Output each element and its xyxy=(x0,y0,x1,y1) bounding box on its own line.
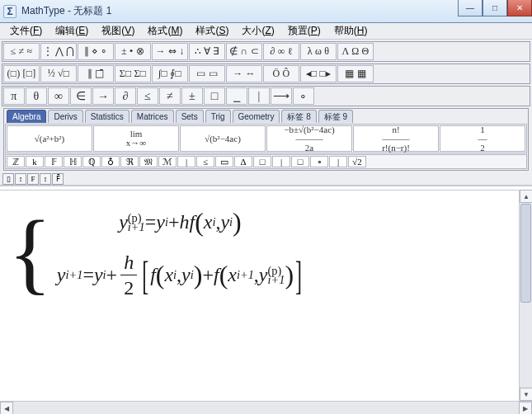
toolbar-button[interactable]: ◂□ □▸ xyxy=(300,65,337,82)
small-symbol-button[interactable]: ℜ xyxy=(120,156,139,167)
scroll-down-button[interactable]: ▼ xyxy=(520,388,532,401)
menu-大小[interactable]: 大小(Z) xyxy=(235,22,280,40)
mini-button[interactable]: F xyxy=(27,173,39,185)
maximize-button[interactable]: □ xyxy=(483,0,507,16)
preset-button[interactable]: √(b²−4ac) xyxy=(180,125,266,152)
minimize-button[interactable]: — xyxy=(458,0,483,16)
toolbar-button[interactable]: λ ω θ xyxy=(300,43,337,60)
tab-geometry[interactable]: Geometry xyxy=(233,110,280,123)
small-symbol-button[interactable]: ≤ xyxy=(196,156,214,167)
menu-bar: 文件(F)编辑(E)视图(V)格式(M)样式(S)大小(Z)预置(P)帮助(H) xyxy=(0,23,532,40)
preset-button[interactable]: n! ——— r!(n−r)! xyxy=(353,125,439,152)
toolbar-button[interactable]: ∈ xyxy=(70,87,92,105)
tab-标签 9[interactable]: 标签 9 xyxy=(318,110,353,123)
toolbar-button[interactable]: ∂ ∞ ℓ xyxy=(263,43,299,60)
mini-button[interactable]: ↕ xyxy=(15,173,26,185)
small-symbol-button[interactable]: Δ xyxy=(234,156,252,167)
toolbar-button[interactable]: ∘ xyxy=(293,87,314,105)
toolbar-button[interactable]: ▦ ▦ xyxy=(337,65,374,82)
small-symbol-button[interactable]: ∘ xyxy=(310,156,328,167)
toolbar-button[interactable]: ∫□ ∮□ xyxy=(152,65,188,82)
symbol-toolbar-1: ≤ ≠ ≈⋮ ⋀ ⋂∥ ⋄ ∘± • ⊗→ ⇔ ↓∴ ∀ ∃∉ ∩ ⊂∂ ∞ ℓ… xyxy=(2,41,530,62)
toolbar-button[interactable]: ∴ ∀ ∃ xyxy=(189,43,225,60)
mini-button[interactable]: ▯ xyxy=(2,173,14,185)
equation[interactable]: { y (p) i+1 = yi + h f ( xi , yi ) xyxy=(0,191,519,314)
menu-样式[interactable]: 样式(S) xyxy=(189,22,235,40)
small-symbol-button[interactable]: ♁ xyxy=(101,156,120,167)
toolbar-button[interactable]: ≤ ≠ ≈ xyxy=(3,43,40,60)
toolbar-button[interactable]: Σ□ Σ□ xyxy=(115,65,151,82)
small-symbol-button[interactable]: ℤ xyxy=(7,156,25,167)
tab-statistics[interactable]: Statistics xyxy=(85,110,129,123)
tab-algebra[interactable]: Algebra xyxy=(7,110,46,123)
toolbar-button[interactable]: ∞ xyxy=(48,87,69,105)
small-symbol-button[interactable]: ℚ xyxy=(82,156,101,167)
mini-button[interactable]: ↕ xyxy=(40,173,51,185)
small-symbol-button[interactable]: 𝔽 xyxy=(45,156,63,167)
scroll-up-button[interactable]: ▲ xyxy=(520,190,532,203)
small-symbol-button[interactable]: ℳ xyxy=(158,156,177,167)
title-bar: Σ MathType - 无标题 1 — □ ✕ xyxy=(0,0,532,23)
toolbar-button[interactable]: ∥ □̄ xyxy=(78,65,114,82)
toolbar-button[interactable]: ∥ ⋄ ∘ xyxy=(78,43,114,60)
toolbar-button[interactable]: | xyxy=(248,87,270,105)
toolbar-button[interactable]: ▭ ▭ xyxy=(189,65,225,82)
equation-line-2[interactable]: yi+1 = yi + h 2 [ f ( xi , yi ) + f xyxy=(57,252,304,298)
toolbar-button[interactable]: Λ Ω Θ xyxy=(337,43,374,60)
small-symbol-button[interactable]: 𝔐 xyxy=(139,156,158,167)
horizontal-scrollbar[interactable]: ◀ ▶ xyxy=(0,401,532,414)
preset-button[interactable]: 1 — 2 xyxy=(440,125,525,152)
tab-标签 8[interactable]: 标签 8 xyxy=(281,110,316,123)
toolbar-button[interactable]: π xyxy=(3,87,25,105)
toolbar-button[interactable]: θ xyxy=(26,87,47,105)
equation-line-1[interactable]: y (p) i+1 = yi + h f ( xi , yi ) xyxy=(57,207,304,238)
document-area[interactable]: { y (p) i+1 = yi + h f ( xi , yi ) xyxy=(0,190,519,401)
menu-预置[interactable]: 预置(P) xyxy=(281,22,327,40)
scroll-thumb[interactable] xyxy=(520,204,531,303)
toolbar-button[interactable]: ½ √□ xyxy=(40,65,77,82)
mini-button[interactable]: F̄ xyxy=(52,173,64,185)
toolbar-button[interactable]: → xyxy=(92,87,114,105)
small-symbol-button[interactable]: √2 xyxy=(348,156,366,167)
toolbar-button[interactable]: ± xyxy=(181,87,203,105)
menu-格式[interactable]: 格式(M) xyxy=(141,22,189,40)
toolbar-button[interactable]: → ⇔ ↓ xyxy=(152,43,188,60)
toolbar-button[interactable]: (□) [□] xyxy=(3,65,40,82)
toolbar-button[interactable]: ⎯ xyxy=(226,87,247,105)
close-button[interactable]: ✕ xyxy=(507,0,532,16)
toolbar-button[interactable]: ± • ⊗ xyxy=(115,43,151,60)
tab-derivs[interactable]: Derivs xyxy=(48,110,82,123)
scroll-right-button[interactable]: ▶ xyxy=(519,402,532,414)
preset-button[interactable]: −b±√(b²−4ac) ——— 2a xyxy=(266,125,352,152)
menu-文件[interactable]: 文件(F) xyxy=(3,22,49,40)
toolbar-button[interactable]: ≠ xyxy=(159,87,181,105)
small-symbol-button[interactable]: □ xyxy=(291,156,309,167)
menu-帮助[interactable]: 帮助(H) xyxy=(327,22,374,40)
small-symbol-button[interactable]: | xyxy=(177,156,195,167)
tab-trig[interactable]: Trig xyxy=(205,110,231,123)
small-symbol-button[interactable]: ℍ xyxy=(64,156,82,167)
scroll-left-button[interactable]: ◀ xyxy=(0,402,13,414)
small-symbol-button[interactable]: | xyxy=(329,156,347,167)
toolbar-button[interactable]: ⋮ ⋀ ⋂ xyxy=(40,43,77,60)
toolbar-button[interactable]: □ xyxy=(204,87,225,105)
toolbar-button[interactable]: Ō Ô xyxy=(263,65,299,82)
app-icon: Σ xyxy=(3,5,16,18)
preset-button[interactable]: √(a²+b²) xyxy=(7,125,92,152)
menu-编辑[interactable]: 编辑(E) xyxy=(49,22,95,40)
menu-视图[interactable]: 视图(V) xyxy=(95,22,141,40)
toolbar-area: ≤ ≠ ≈⋮ ⋀ ⋂∥ ⋄ ∘± • ⊗→ ⇔ ↓∴ ∀ ∃∉ ∩ ⊂∂ ∞ ℓ… xyxy=(0,40,532,171)
toolbar-button[interactable]: ∉ ∩ ⊂ xyxy=(226,43,262,60)
small-symbol-button[interactable]: k xyxy=(26,156,44,167)
tab-matrices[interactable]: Matrices xyxy=(131,110,174,123)
toolbar-button[interactable]: → ↔ xyxy=(226,65,262,82)
vertical-scrollbar[interactable]: ▲ ▼ xyxy=(519,190,532,401)
preset-button[interactable]: lim x→∞ xyxy=(93,125,179,152)
tab-sets[interactable]: Sets xyxy=(176,110,204,123)
small-symbol-button[interactable]: □ xyxy=(253,156,271,167)
small-symbol-button[interactable]: ▭ xyxy=(215,156,233,167)
toolbar-button[interactable]: ⟶ xyxy=(271,87,292,105)
small-symbol-button[interactable]: | xyxy=(272,156,290,167)
toolbar-button[interactable]: ∂ xyxy=(115,87,136,105)
toolbar-button[interactable]: ≤ xyxy=(137,87,158,105)
